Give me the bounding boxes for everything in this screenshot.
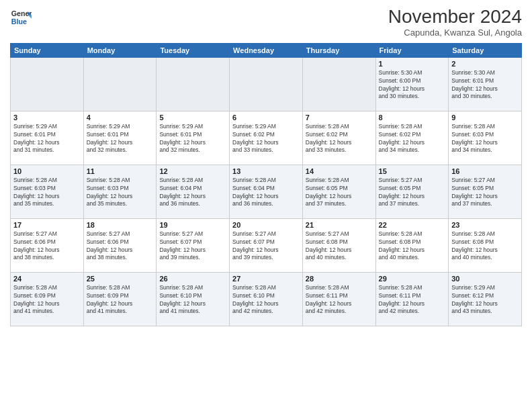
calendar-week-row: 17Sunrise: 5:27 AM Sunset: 6:06 PM Dayli… xyxy=(11,218,522,272)
table-row: 26Sunrise: 5:28 AM Sunset: 6:10 PM Dayli… xyxy=(157,272,230,326)
table-row xyxy=(302,57,375,111)
calendar-week-row: 3Sunrise: 5:29 AM Sunset: 6:01 PM Daylig… xyxy=(11,111,522,165)
page: General Blue November 2024 Capunda, Kwan… xyxy=(0,0,532,411)
day-number: 25 xyxy=(87,275,154,283)
day-info: Sunrise: 5:28 AM Sunset: 6:08 PM Dayligh… xyxy=(451,230,519,263)
day-number: 26 xyxy=(159,275,226,283)
table-row: 2Sunrise: 5:30 AM Sunset: 6:01 PM Daylig… xyxy=(449,57,522,111)
calendar-week-row: 10Sunrise: 5:28 AM Sunset: 6:03 PM Dayli… xyxy=(11,165,522,218)
main-title: November 2024 xyxy=(388,7,522,28)
table-row: 29Sunrise: 5:28 AM Sunset: 6:11 PM Dayli… xyxy=(375,272,449,326)
day-number: 3 xyxy=(13,113,81,122)
table-row: 6Sunrise: 5:29 AM Sunset: 6:02 PM Daylig… xyxy=(230,111,303,165)
table-row: 16Sunrise: 5:27 AM Sunset: 6:05 PM Dayli… xyxy=(449,165,522,218)
table-row: 28Sunrise: 5:28 AM Sunset: 6:11 PM Dayli… xyxy=(302,272,375,326)
table-row: 22Sunrise: 5:28 AM Sunset: 6:08 PM Dayli… xyxy=(375,218,449,272)
col-sunday: Sunday xyxy=(11,43,84,57)
day-number: 9 xyxy=(451,113,519,122)
table-row: 17Sunrise: 5:27 AM Sunset: 6:06 PM Dayli… xyxy=(11,218,84,272)
day-number: 11 xyxy=(87,167,154,175)
day-number: 18 xyxy=(87,221,154,229)
day-number: 4 xyxy=(87,113,154,122)
day-info: Sunrise: 5:27 AM Sunset: 6:05 PM Dayligh… xyxy=(451,177,519,209)
day-info: Sunrise: 5:28 AM Sunset: 6:04 PM Dayligh… xyxy=(232,177,300,209)
day-info: Sunrise: 5:29 AM Sunset: 6:12 PM Dayligh… xyxy=(451,284,519,316)
day-info: Sunrise: 5:27 AM Sunset: 6:07 PM Dayligh… xyxy=(232,230,300,263)
day-number: 7 xyxy=(306,113,373,122)
table-row: 23Sunrise: 5:28 AM Sunset: 6:08 PM Dayli… xyxy=(449,218,522,272)
day-info: Sunrise: 5:29 AM Sunset: 6:01 PM Dayligh… xyxy=(159,123,226,155)
day-info: Sunrise: 5:27 AM Sunset: 6:05 PM Dayligh… xyxy=(379,177,446,209)
title-block: November 2024 Capunda, Kwanza Sul, Angol… xyxy=(388,7,522,38)
day-number: 1 xyxy=(379,60,446,68)
calendar-week-row: 24Sunrise: 5:28 AM Sunset: 6:09 PM Dayli… xyxy=(11,272,522,326)
table-row: 21Sunrise: 5:27 AM Sunset: 6:08 PM Dayli… xyxy=(302,218,375,272)
day-info: Sunrise: 5:29 AM Sunset: 6:01 PM Dayligh… xyxy=(87,123,154,155)
col-thursday: Thursday xyxy=(302,43,375,57)
day-info: Sunrise: 5:28 AM Sunset: 6:03 PM Dayligh… xyxy=(451,123,519,155)
day-info: Sunrise: 5:27 AM Sunset: 6:08 PM Dayligh… xyxy=(306,230,373,263)
table-row xyxy=(11,57,84,111)
table-row xyxy=(83,57,157,111)
day-info: Sunrise: 5:28 AM Sunset: 6:11 PM Dayligh… xyxy=(306,284,373,316)
day-number: 6 xyxy=(232,113,300,122)
table-row: 18Sunrise: 5:27 AM Sunset: 6:06 PM Dayli… xyxy=(83,218,157,272)
col-tuesday: Tuesday xyxy=(157,43,230,57)
day-info: Sunrise: 5:28 AM Sunset: 6:02 PM Dayligh… xyxy=(306,123,373,155)
day-info: Sunrise: 5:28 AM Sunset: 6:10 PM Dayligh… xyxy=(159,284,226,316)
table-row: 30Sunrise: 5:29 AM Sunset: 6:12 PM Dayli… xyxy=(449,272,522,326)
day-number: 16 xyxy=(451,167,519,175)
table-row: 15Sunrise: 5:27 AM Sunset: 6:05 PM Dayli… xyxy=(375,165,449,218)
col-monday: Monday xyxy=(83,43,157,57)
day-info: Sunrise: 5:28 AM Sunset: 6:05 PM Dayligh… xyxy=(306,177,373,209)
table-row: 12Sunrise: 5:28 AM Sunset: 6:04 PM Dayli… xyxy=(157,165,230,218)
day-number: 12 xyxy=(159,167,226,175)
day-info: Sunrise: 5:30 AM Sunset: 6:00 PM Dayligh… xyxy=(379,69,446,101)
day-info: Sunrise: 5:29 AM Sunset: 6:01 PM Dayligh… xyxy=(13,123,81,155)
subtitle: Capunda, Kwanza Sul, Angola xyxy=(388,28,522,38)
day-info: Sunrise: 5:28 AM Sunset: 6:09 PM Dayligh… xyxy=(87,284,154,316)
day-number: 17 xyxy=(13,221,81,229)
calendar-week-row: 1Sunrise: 5:30 AM Sunset: 6:00 PM Daylig… xyxy=(11,57,522,111)
day-number: 8 xyxy=(379,113,446,122)
table-row: 25Sunrise: 5:28 AM Sunset: 6:09 PM Dayli… xyxy=(83,272,157,326)
table-row: 1Sunrise: 5:30 AM Sunset: 6:00 PM Daylig… xyxy=(375,57,449,111)
day-number: 2 xyxy=(451,60,519,68)
table-row: 9Sunrise: 5:28 AM Sunset: 6:03 PM Daylig… xyxy=(449,111,522,165)
day-number: 24 xyxy=(13,275,81,283)
table-row: 3Sunrise: 5:29 AM Sunset: 6:01 PM Daylig… xyxy=(11,111,84,165)
day-info: Sunrise: 5:28 AM Sunset: 6:11 PM Dayligh… xyxy=(379,284,446,316)
day-info: Sunrise: 5:28 AM Sunset: 6:03 PM Dayligh… xyxy=(87,177,154,209)
table-row: 13Sunrise: 5:28 AM Sunset: 6:04 PM Dayli… xyxy=(230,165,303,218)
day-info: Sunrise: 5:28 AM Sunset: 6:04 PM Dayligh… xyxy=(159,177,226,209)
day-number: 27 xyxy=(232,275,300,283)
col-wednesday: Wednesday xyxy=(230,43,303,57)
table-row xyxy=(230,57,303,111)
table-row: 5Sunrise: 5:29 AM Sunset: 6:01 PM Daylig… xyxy=(157,111,230,165)
day-info: Sunrise: 5:28 AM Sunset: 6:02 PM Dayligh… xyxy=(379,123,446,155)
day-number: 21 xyxy=(306,221,373,229)
day-info: Sunrise: 5:28 AM Sunset: 6:10 PM Dayligh… xyxy=(232,284,300,316)
day-info: Sunrise: 5:28 AM Sunset: 6:08 PM Dayligh… xyxy=(379,230,446,263)
col-friday: Friday xyxy=(375,43,449,57)
table-row xyxy=(157,57,230,111)
table-row: 7Sunrise: 5:28 AM Sunset: 6:02 PM Daylig… xyxy=(302,111,375,165)
col-saturday: Saturday xyxy=(449,43,522,57)
table-row: 20Sunrise: 5:27 AM Sunset: 6:07 PM Dayli… xyxy=(230,218,303,272)
day-number: 5 xyxy=(159,113,226,122)
day-number: 20 xyxy=(232,221,300,229)
day-info: Sunrise: 5:28 AM Sunset: 6:03 PM Dayligh… xyxy=(13,177,81,209)
day-number: 15 xyxy=(379,167,446,175)
calendar: Sunday Monday Tuesday Wednesday Thursday… xyxy=(10,43,522,326)
day-info: Sunrise: 5:28 AM Sunset: 6:09 PM Dayligh… xyxy=(13,284,81,316)
day-info: Sunrise: 5:29 AM Sunset: 6:02 PM Dayligh… xyxy=(232,123,300,155)
logo-icon: General Blue xyxy=(10,7,32,28)
day-number: 29 xyxy=(379,275,446,283)
table-row: 11Sunrise: 5:28 AM Sunset: 6:03 PM Dayli… xyxy=(83,165,157,218)
day-info: Sunrise: 5:27 AM Sunset: 6:06 PM Dayligh… xyxy=(13,230,81,263)
day-number: 19 xyxy=(159,221,226,229)
table-row: 24Sunrise: 5:28 AM Sunset: 6:09 PM Dayli… xyxy=(11,272,84,326)
day-info: Sunrise: 5:27 AM Sunset: 6:06 PM Dayligh… xyxy=(87,230,154,263)
table-row: 10Sunrise: 5:28 AM Sunset: 6:03 PM Dayli… xyxy=(11,165,84,218)
day-number: 30 xyxy=(451,275,519,283)
